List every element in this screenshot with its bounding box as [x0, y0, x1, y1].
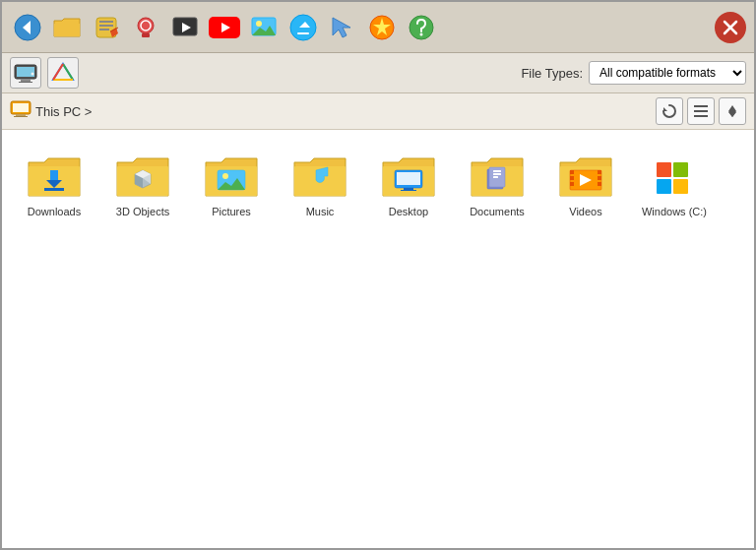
downloads-label: Downloads [28, 206, 81, 217]
svg-rect-81 [598, 170, 601, 174]
svg-line-36 [53, 64, 63, 80]
svg-rect-83 [598, 182, 601, 186]
svg-marker-33 [53, 64, 73, 80]
refresh-button[interactable] [656, 97, 683, 125]
svg-rect-5 [99, 29, 109, 31]
svg-rect-65 [404, 188, 413, 190]
documents-label: Documents [470, 206, 525, 217]
svg-rect-79 [570, 176, 574, 180]
youtube-button[interactable] [207, 10, 242, 45]
help-button[interactable] [404, 10, 439, 45]
svg-rect-75 [493, 176, 498, 178]
svg-rect-42 [694, 105, 708, 107]
svg-rect-4 [99, 25, 113, 27]
svg-rect-31 [19, 82, 32, 83]
downloads-folder-icon [27, 153, 82, 202]
svg-rect-87 [657, 179, 671, 194]
svg-rect-78 [570, 170, 574, 174]
breadcrumb: This PC > [10, 99, 92, 123]
windows-drive-icon [647, 153, 702, 202]
3d-objects-label: 3D Objects [116, 206, 169, 217]
svg-marker-21 [333, 18, 350, 37]
address-bar: File Types: All compatible formats Image… [2, 53, 754, 93]
download-button[interactable] [285, 10, 321, 45]
downloads-folder[interactable]: Downloads [14, 146, 94, 224]
breadcrumb-pc-icon [10, 99, 32, 123]
videos-folder[interactable]: Videos [545, 146, 626, 224]
close-button[interactable] [715, 12, 746, 43]
svg-rect-73 [493, 170, 501, 172]
svg-rect-51 [44, 188, 64, 191]
main-window: File Types: All compatible formats Image… [0, 0, 756, 550]
svg-marker-41 [663, 107, 667, 111]
breadcrumb-text: This PC > [35, 104, 92, 119]
svg-rect-20 [297, 32, 309, 34]
svg-rect-64 [397, 172, 420, 185]
windows-drive-label: Windows (C:) [642, 206, 707, 217]
svg-rect-43 [694, 110, 708, 112]
svg-rect-80 [570, 182, 574, 186]
stamp-button[interactable] [128, 10, 163, 45]
music-folder[interactable]: Music [280, 146, 360, 224]
pictures-label: Pictures [212, 206, 251, 217]
music-label: Music [306, 206, 335, 217]
svg-rect-44 [694, 115, 708, 117]
svg-rect-40 [14, 116, 28, 117]
gdrive-button[interactable] [47, 57, 79, 89]
star-button[interactable] [364, 10, 400, 45]
desktop-label: Desktop [389, 206, 428, 217]
svg-point-25 [420, 32, 423, 35]
svg-rect-30 [21, 79, 31, 82]
svg-rect-74 [493, 173, 501, 175]
svg-rect-82 [598, 176, 601, 180]
sort-button[interactable] [719, 97, 746, 125]
file-types-select[interactable]: All compatible formats Images Videos Doc… [589, 61, 746, 85]
edit-button[interactable] [89, 10, 124, 45]
svg-rect-85 [657, 162, 671, 177]
media-button[interactable] [167, 10, 203, 45]
drive-selector [10, 57, 79, 89]
svg-point-59 [222, 173, 228, 179]
toolbar [2, 2, 754, 53]
svg-rect-3 [99, 21, 113, 23]
videos-label: Videos [569, 206, 601, 217]
svg-marker-47 [728, 112, 736, 117]
file-types-group: File Types: All compatible formats Image… [521, 61, 746, 85]
svg-rect-66 [401, 190, 416, 191]
3d-objects-folder[interactable]: 3D Objects [102, 146, 183, 224]
svg-rect-29 [17, 67, 34, 77]
svg-rect-39 [16, 114, 26, 116]
file-browser-content: Downloads 3D Objects [2, 130, 754, 548]
desktop-folder[interactable]: Desktop [368, 146, 449, 224]
music-folder-icon [292, 153, 347, 202]
pictures-folder[interactable]: Pictures [191, 146, 272, 224]
svg-rect-9 [142, 33, 150, 37]
svg-point-16 [256, 21, 262, 27]
svg-rect-86 [673, 162, 688, 177]
3d-objects-folder-icon [115, 153, 170, 202]
pc-drive-button[interactable] [10, 57, 41, 89]
svg-marker-45 [728, 105, 736, 111]
svg-point-32 [32, 73, 34, 76]
svg-line-34 [63, 64, 73, 80]
videos-folder-icon [558, 153, 613, 202]
list-view-button[interactable] [687, 97, 715, 125]
image-button[interactable] [246, 10, 282, 45]
svg-rect-88 [673, 179, 688, 194]
nav-controls [656, 97, 746, 125]
file-types-label: File Types: [521, 66, 583, 81]
windows-drive[interactable]: Windows (C:) [634, 146, 715, 224]
documents-folder[interactable]: Documents [457, 146, 537, 224]
svg-rect-38 [13, 103, 29, 112]
folder-yellow-button[interactable] [49, 10, 85, 45]
arrow-button[interactable] [325, 10, 360, 45]
pictures-folder-icon [204, 153, 259, 202]
desktop-folder-icon [381, 153, 436, 202]
back-button[interactable] [10, 10, 45, 45]
nav-bar: This PC > [2, 93, 754, 130]
documents-folder-icon [470, 153, 525, 202]
